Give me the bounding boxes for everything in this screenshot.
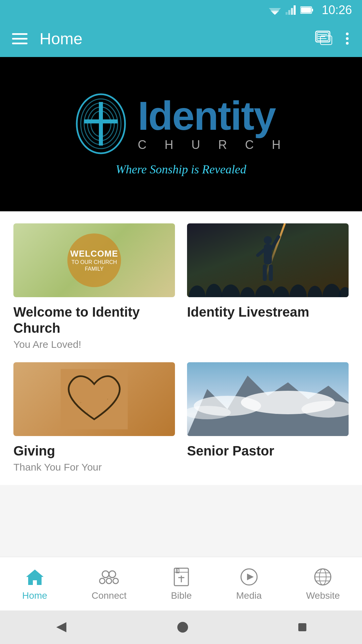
welcome-circle: WELCOME TO OUR CHURCH FAMILY xyxy=(67,233,121,287)
svg-point-17 xyxy=(346,37,349,40)
svg-rect-27 xyxy=(264,244,272,264)
android-home-button[interactable] xyxy=(176,621,189,634)
svg-rect-74 xyxy=(298,623,306,631)
svg-point-56 xyxy=(100,578,105,584)
more-options-icon[interactable] xyxy=(345,31,350,47)
svg-point-43 xyxy=(80,402,81,403)
worship-person-icon xyxy=(254,233,281,287)
welcome-card-image: WELCOME TO OUR CHURCH FAMILY xyxy=(13,223,175,297)
svg-line-28 xyxy=(272,237,279,249)
svg-marker-53 xyxy=(26,570,44,585)
hamburger-menu-button[interactable] xyxy=(12,33,27,44)
heart-sand-icon xyxy=(61,369,128,429)
android-recents-button[interactable] xyxy=(296,621,309,634)
signal-icon xyxy=(286,5,296,15)
wifi-icon xyxy=(269,5,281,15)
nav-home[interactable]: Home xyxy=(22,567,47,601)
livestream-card[interactable]: Identity Livestream xyxy=(187,223,349,350)
svg-point-36 xyxy=(255,285,274,297)
svg-rect-25 xyxy=(84,119,118,123)
senior-pastor-card[interactable]: Senior Pastor xyxy=(187,362,349,473)
content-area: WELCOME TO OUR CHURCH FAMILY Welcome to … xyxy=(0,211,362,485)
nav-media[interactable]: Media xyxy=(236,567,262,601)
svg-rect-30 xyxy=(263,264,267,281)
svg-point-33 xyxy=(205,284,222,297)
android-navigation-bar xyxy=(0,610,362,644)
crowd-silhouettes xyxy=(187,280,349,297)
svg-point-40 xyxy=(322,284,341,297)
svg-point-41 xyxy=(339,287,349,297)
battery-icon xyxy=(300,6,314,14)
livestream-card-title: Identity Livestream xyxy=(187,304,349,320)
connect-nav-icon xyxy=(99,568,119,586)
media-nav-icon xyxy=(240,568,258,586)
svg-point-39 xyxy=(307,286,322,297)
home-nav-icon xyxy=(25,568,44,586)
status-bar: 10:26 xyxy=(0,0,362,20)
home-nav-label: Home xyxy=(22,590,47,601)
svg-point-34 xyxy=(221,284,240,297)
svg-point-16 xyxy=(346,33,349,35)
android-back-button[interactable] xyxy=(53,619,70,636)
welcome-card-title: Welcome to Identity Church xyxy=(13,304,175,336)
church-name-text: Identity C H U R C H xyxy=(138,96,288,152)
svg-point-73 xyxy=(177,622,188,633)
giving-card-subtitle: Thank You For Your xyxy=(13,462,175,473)
chat-icon[interactable] xyxy=(315,31,333,47)
svg-point-37 xyxy=(273,286,289,297)
giving-card[interactable]: Giving Thank You For Your xyxy=(13,362,175,473)
svg-rect-31 xyxy=(269,264,273,281)
church-banner: Identity C H U R C H Where Sonship is Re… xyxy=(0,57,362,211)
svg-point-54 xyxy=(102,571,109,578)
church-tagline: Where Sonship is Revealed xyxy=(116,162,246,176)
media-nav-label: Media xyxy=(236,590,262,601)
mountain-clouds-icon xyxy=(187,362,349,436)
svg-point-32 xyxy=(189,285,205,297)
nav-bible[interactable]: Bible xyxy=(171,567,192,601)
svg-line-29 xyxy=(258,250,264,255)
svg-point-35 xyxy=(240,287,255,297)
svg-rect-5 xyxy=(291,8,293,15)
svg-point-58 xyxy=(113,578,118,584)
svg-marker-2 xyxy=(272,12,278,15)
svg-rect-6 xyxy=(294,5,296,15)
website-nav-icon xyxy=(313,568,332,586)
livestream-card-image xyxy=(187,223,349,297)
fingerprint-cross-logo xyxy=(74,92,128,156)
status-time: 10:26 xyxy=(322,3,352,17)
svg-rect-24 xyxy=(99,102,103,146)
svg-rect-9 xyxy=(301,7,311,13)
svg-point-55 xyxy=(109,571,116,578)
svg-point-44 xyxy=(107,399,108,400)
bottom-navigation: Home Connect Bib xyxy=(0,557,362,610)
connect-nav-label: Connect xyxy=(92,590,126,601)
svg-marker-66 xyxy=(247,574,254,580)
website-nav-label: Website xyxy=(306,590,340,601)
nav-connect[interactable]: Connect xyxy=(92,567,126,601)
svg-point-45 xyxy=(87,412,88,413)
welcome-card[interactable]: WELCOME TO OUR CHURCH FAMILY Welcome to … xyxy=(13,223,175,350)
bible-nav-label: Bible xyxy=(171,590,192,601)
svg-rect-8 xyxy=(312,9,313,11)
giving-card-title: Giving xyxy=(13,443,175,459)
svg-point-38 xyxy=(289,284,307,297)
bible-nav-icon xyxy=(173,568,190,586)
svg-marker-72 xyxy=(56,622,66,632)
nav-website[interactable]: Website xyxy=(306,567,340,601)
svg-rect-3 xyxy=(286,12,288,15)
svg-point-57 xyxy=(106,578,112,584)
top-bar: Home xyxy=(0,20,362,57)
svg-point-18 xyxy=(346,42,349,45)
senior-pastor-card-image xyxy=(187,362,349,436)
page-title: Home xyxy=(40,30,82,48)
identity-title: Identity xyxy=(138,96,288,136)
church-sub: C H U R C H xyxy=(138,138,288,152)
senior-pastor-card-title: Senior Pastor xyxy=(187,443,349,459)
giving-card-image xyxy=(13,362,175,436)
svg-point-26 xyxy=(264,236,272,244)
svg-rect-4 xyxy=(288,10,290,15)
card-grid: WELCOME TO OUR CHURCH FAMILY Welcome to … xyxy=(13,223,349,473)
welcome-card-subtitle: You Are Loved! xyxy=(13,339,175,350)
